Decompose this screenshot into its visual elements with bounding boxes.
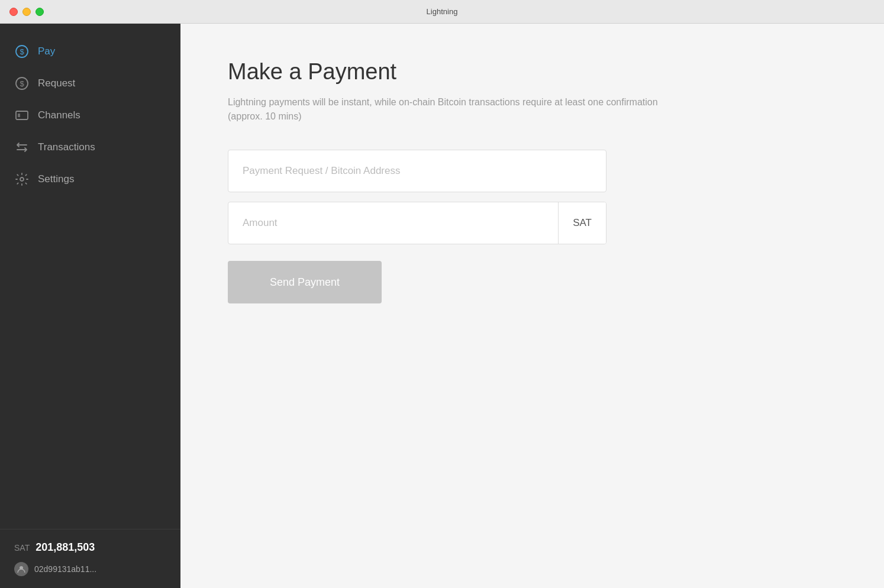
settings-label: Settings <box>38 173 74 185</box>
channels-icon <box>14 108 30 123</box>
sidebar-item-settings[interactable]: Settings <box>0 163 180 195</box>
title-bar: Lightning <box>0 0 884 24</box>
balance-row: SAT 201,881,503 <box>14 541 166 554</box>
payment-request-input[interactable] <box>228 150 606 192</box>
sidebar-item-transactions[interactable]: Transactions <box>0 131 180 163</box>
sidebar-footer: SAT 201,881,503 02d99131ab11... <box>0 529 180 588</box>
send-payment-button[interactable]: Send Payment <box>228 261 382 303</box>
svg-point-6 <box>20 177 24 181</box>
request-icon: $ <box>14 76 30 91</box>
svg-rect-5 <box>18 114 20 117</box>
node-id-row: 02d99131ab11... <box>14 562 166 576</box>
transactions-label: Transactions <box>38 141 95 153</box>
svg-text:$: $ <box>20 47 24 56</box>
main-content: Make a Payment Lightning payments will b… <box>180 24 884 588</box>
svg-text:$: $ <box>20 79 24 88</box>
page-description: Lightning payments will be instant, whil… <box>228 95 666 124</box>
maximize-button[interactable] <box>36 8 44 16</box>
minimize-button[interactable] <box>22 8 31 16</box>
amount-input[interactable] <box>228 202 558 244</box>
channels-label: Channels <box>38 109 80 121</box>
sidebar: $ Pay $ Request <box>0 24 180 588</box>
app-container: $ Pay $ Request <box>0 24 884 588</box>
close-button[interactable] <box>9 8 18 16</box>
sidebar-item-request[interactable]: $ Request <box>0 67 180 99</box>
sidebar-item-channels[interactable]: Channels <box>0 99 180 131</box>
node-id-text: 02d99131ab11... <box>34 564 96 574</box>
settings-icon <box>14 172 30 187</box>
balance-unit: SAT <box>14 543 30 553</box>
page-title: Make a Payment <box>228 59 837 85</box>
request-label: Request <box>38 77 75 89</box>
pay-icon: $ <box>14 44 30 59</box>
amount-row: SAT <box>228 202 606 244</box>
window-controls <box>9 8 44 16</box>
node-avatar <box>14 562 28 576</box>
payment-form: SAT Send Payment <box>228 150 606 303</box>
window-title: Lightning <box>427 7 458 16</box>
transactions-icon <box>14 140 30 155</box>
sidebar-item-pay[interactable]: $ Pay <box>0 35 180 67</box>
pay-label: Pay <box>38 46 55 57</box>
balance-amount: 201,881,503 <box>36 541 95 554</box>
amount-unit: SAT <box>558 202 606 244</box>
sidebar-nav: $ Pay $ Request <box>0 24 180 529</box>
